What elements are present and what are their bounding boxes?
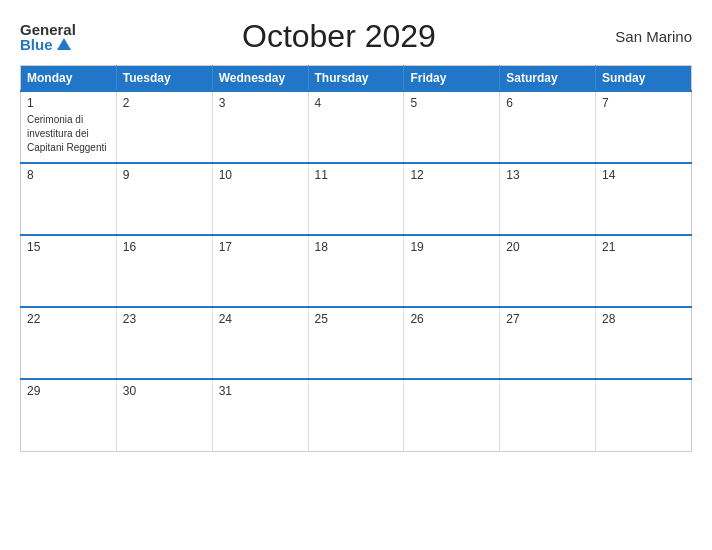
col-friday: Friday <box>404 66 500 92</box>
calendar-day-cell: 8 <box>21 163 117 235</box>
calendar-week-row: 22232425262728 <box>21 307 692 379</box>
day-number: 22 <box>27 312 110 326</box>
day-number: 19 <box>410 240 493 254</box>
calendar-day-cell: 7 <box>596 91 692 163</box>
day-number: 20 <box>506 240 589 254</box>
day-number: 5 <box>410 96 493 110</box>
day-number: 24 <box>219 312 302 326</box>
logo-blue-text: Blue <box>20 37 53 52</box>
calendar-day-cell: 23 <box>116 307 212 379</box>
calendar-day-cell: 16 <box>116 235 212 307</box>
header: General Blue October 2029 San Marino <box>20 18 692 55</box>
day-number: 31 <box>219 384 302 398</box>
calendar-day-cell <box>404 379 500 451</box>
calendar-day-cell: 25 <box>308 307 404 379</box>
calendar-day-cell: 14 <box>596 163 692 235</box>
col-tuesday: Tuesday <box>116 66 212 92</box>
calendar-day-cell: 24 <box>212 307 308 379</box>
logo-triangle-icon <box>57 38 71 50</box>
calendar-day-cell: 27 <box>500 307 596 379</box>
day-number: 8 <box>27 168 110 182</box>
logo-general-text: General <box>20 22 76 37</box>
day-number: 1 <box>27 96 110 110</box>
calendar-week-row: 293031 <box>21 379 692 451</box>
calendar-day-cell <box>500 379 596 451</box>
day-number: 18 <box>315 240 398 254</box>
day-number: 30 <box>123 384 206 398</box>
day-number: 13 <box>506 168 589 182</box>
calendar-day-cell: 26 <box>404 307 500 379</box>
day-number: 6 <box>506 96 589 110</box>
page: General Blue October 2029 San Marino Mon… <box>0 0 712 550</box>
day-number: 12 <box>410 168 493 182</box>
calendar-day-cell: 15 <box>21 235 117 307</box>
col-thursday: Thursday <box>308 66 404 92</box>
day-number: 26 <box>410 312 493 326</box>
calendar-day-cell: 13 <box>500 163 596 235</box>
col-wednesday: Wednesday <box>212 66 308 92</box>
calendar-day-cell: 9 <box>116 163 212 235</box>
calendar-day-cell: 22 <box>21 307 117 379</box>
day-number: 16 <box>123 240 206 254</box>
calendar-day-cell: 31 <box>212 379 308 451</box>
day-number: 25 <box>315 312 398 326</box>
col-monday: Monday <box>21 66 117 92</box>
calendar-day-cell: 19 <box>404 235 500 307</box>
calendar-day-cell: 29 <box>21 379 117 451</box>
calendar-header-row: Monday Tuesday Wednesday Thursday Friday… <box>21 66 692 92</box>
calendar-day-cell: 30 <box>116 379 212 451</box>
day-number: 10 <box>219 168 302 182</box>
col-saturday: Saturday <box>500 66 596 92</box>
calendar-week-row: 15161718192021 <box>21 235 692 307</box>
day-number: 27 <box>506 312 589 326</box>
calendar-day-cell: 20 <box>500 235 596 307</box>
calendar-day-cell <box>308 379 404 451</box>
logo: General Blue <box>20 22 76 52</box>
calendar-day-cell: 11 <box>308 163 404 235</box>
country-label: San Marino <box>602 28 692 45</box>
day-number: 14 <box>602 168 685 182</box>
calendar-day-cell: 6 <box>500 91 596 163</box>
day-number: 11 <box>315 168 398 182</box>
day-number: 7 <box>602 96 685 110</box>
calendar-day-cell: 17 <box>212 235 308 307</box>
calendar-day-cell: 1Cerimonia di investitura dei Capitani R… <box>21 91 117 163</box>
day-number: 23 <box>123 312 206 326</box>
calendar-day-cell: 5 <box>404 91 500 163</box>
day-event: Cerimonia di investitura dei Capitani Re… <box>27 114 107 153</box>
day-number: 21 <box>602 240 685 254</box>
day-number: 4 <box>315 96 398 110</box>
calendar-day-cell: 21 <box>596 235 692 307</box>
day-number: 29 <box>27 384 110 398</box>
calendar-week-row: 1Cerimonia di investitura dei Capitani R… <box>21 91 692 163</box>
day-number: 17 <box>219 240 302 254</box>
calendar-title: October 2029 <box>76 18 602 55</box>
calendar-table: Monday Tuesday Wednesday Thursday Friday… <box>20 65 692 452</box>
col-sunday: Sunday <box>596 66 692 92</box>
day-number: 3 <box>219 96 302 110</box>
calendar-day-cell: 2 <box>116 91 212 163</box>
day-number: 9 <box>123 168 206 182</box>
logo-blue-row: Blue <box>20 37 71 52</box>
calendar-week-row: 891011121314 <box>21 163 692 235</box>
calendar-day-cell: 12 <box>404 163 500 235</box>
calendar-day-cell: 4 <box>308 91 404 163</box>
day-number: 15 <box>27 240 110 254</box>
calendar-day-cell <box>596 379 692 451</box>
calendar-day-cell: 3 <box>212 91 308 163</box>
calendar-day-cell: 18 <box>308 235 404 307</box>
calendar-day-cell: 28 <box>596 307 692 379</box>
day-number: 28 <box>602 312 685 326</box>
calendar-day-cell: 10 <box>212 163 308 235</box>
day-number: 2 <box>123 96 206 110</box>
